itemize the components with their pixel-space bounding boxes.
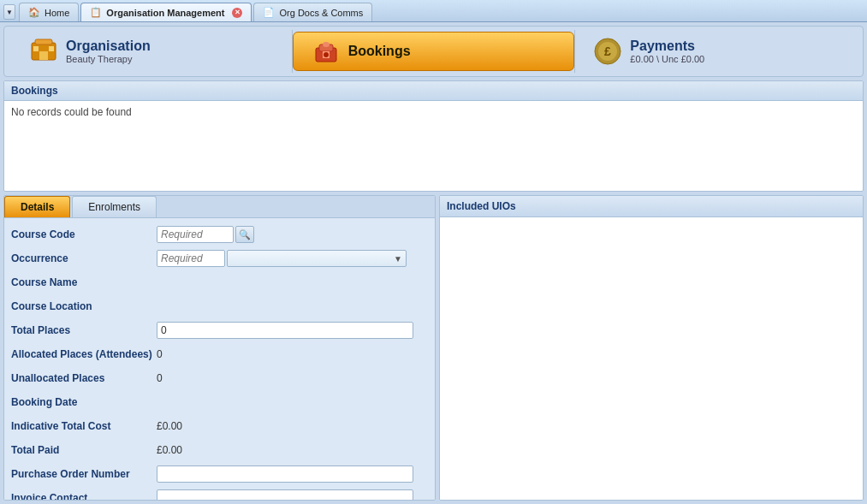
bookings-panel-body: No records could be found	[4, 101, 863, 191]
svg-point-7	[323, 42, 330, 47]
indicative-total-cost-label: Indicative Total Cost	[11, 420, 157, 432]
invoice-contact-input[interactable]	[157, 489, 413, 500]
course-code-input-group: 🔍	[157, 226, 254, 243]
indicative-total-cost-row: Indicative Total Cost £0.00	[11, 417, 428, 436]
bottom-section: Details Enrolments Course Code 🔍	[3, 195, 864, 501]
indicative-total-cost-value: £0.00	[157, 420, 182, 432]
payments-subtitle: £0.00 \ Unc £0.00	[630, 54, 704, 64]
svg-point-9	[324, 52, 329, 57]
main-content: Organisation Beauty Therapy Bookings	[0, 22, 867, 504]
tab-scroll-left[interactable]: ▼	[3, 4, 15, 20]
bookings-icon	[311, 36, 341, 67]
tab-details-label: Details	[21, 201, 54, 213]
course-name-label: Course Name	[11, 276, 157, 288]
invoice-contact-row: Invoice Contact	[11, 489, 428, 500]
course-code-row: Course Code 🔍	[11, 225, 428, 244]
occurrence-input[interactable]	[157, 250, 225, 267]
course-code-search-button[interactable]: 🔍	[235, 226, 254, 243]
total-places-row: Total Places	[11, 321, 428, 340]
bookings-text: Bookings	[348, 44, 411, 59]
header-bar: Organisation Beauty Therapy Bookings	[3, 26, 864, 77]
payments-section[interactable]: £ Payments £0.00 \ Unc £0.00	[575, 33, 856, 70]
tab-home[interactable]: 🏠 Home	[19, 3, 79, 21]
search-icon: 🔍	[239, 229, 251, 240]
tab-bar-left: ▼	[0, 3, 19, 21]
organisation-subtitle: Beauty Therapy	[66, 54, 151, 64]
bookings-section[interactable]: Bookings	[293, 32, 575, 71]
occurrence-dropdown[interactable]: ▼	[227, 250, 407, 267]
invoice-contact-label: Invoice Contact	[11, 492, 157, 500]
occurrence-label: Occurrence	[11, 252, 157, 264]
tab-enrolments[interactable]: Enrolments	[72, 196, 157, 217]
course-name-row: Course Name	[11, 273, 428, 292]
svg-rect-3	[33, 46, 39, 51]
tab-close-button[interactable]: ✕	[232, 8, 242, 18]
tab-details[interactable]: Details	[4, 196, 70, 217]
payments-icon: £	[592, 36, 623, 67]
svg-rect-2	[39, 51, 48, 60]
svg-rect-4	[49, 46, 54, 51]
occurrence-row: Occurrence ▼	[11, 249, 428, 268]
total-paid-label: Total Paid	[11, 444, 157, 456]
unallocated-places-row: Unallocated Places 0	[11, 369, 428, 388]
allocated-places-value: 0	[157, 348, 163, 360]
bookings-panel-title: Bookings	[11, 85, 58, 97]
bookings-panel-header: Bookings	[4, 81, 863, 101]
dropdown-arrow-icon: ▼	[394, 254, 402, 264]
tab-home-label: Home	[45, 8, 69, 18]
bookings-title: Bookings	[348, 44, 411, 59]
form-area: Course Code 🔍 Occurrence	[4, 218, 435, 500]
tab-org-mgmt-label: Organisation Management	[106, 8, 224, 18]
tab-org-mgmt[interactable]: 📋 Organisation Management ✕	[80, 3, 252, 21]
course-code-label: Course Code	[11, 228, 157, 240]
included-uios-body	[440, 217, 863, 500]
tab-org-docs-label: Org Docs & Comms	[279, 8, 363, 18]
unallocated-places-label: Unallocated Places	[11, 372, 157, 384]
total-paid-value: £0.00	[157, 444, 182, 456]
bookings-panel: Bookings No records could be found	[3, 80, 864, 192]
tab-enrolments-label: Enrolments	[88, 201, 140, 213]
organisation-section[interactable]: Organisation Beauty Therapy	[11, 33, 292, 70]
allocated-places-row: Allocated Places (Attendees) 0	[11, 345, 428, 364]
organisation-title: Organisation	[66, 39, 151, 54]
purchase-order-row: Purchase Order Number	[11, 465, 428, 483]
total-places-input[interactable]	[157, 322, 413, 339]
svg-rect-1	[35, 39, 52, 44]
course-location-row: Course Location	[11, 297, 428, 316]
left-panel: Details Enrolments Course Code 🔍	[3, 195, 436, 501]
purchase-order-label: Purchase Order Number	[11, 468, 157, 480]
home-icon: 🏠	[28, 7, 40, 18]
org-mgmt-icon: 📋	[90, 7, 102, 18]
purchase-order-input[interactable]	[157, 465, 413, 483]
tab-bar: ▼ 🏠 Home 📋 Organisation Management ✕ 📄 O…	[0, 0, 867, 22]
organisation-text: Organisation Beauty Therapy	[66, 39, 151, 64]
payments-title: Payments	[630, 39, 704, 54]
course-location-label: Course Location	[11, 300, 157, 312]
included-uios-title: Included UIOs	[447, 200, 516, 212]
payments-text: Payments £0.00 \ Unc £0.00	[630, 39, 704, 64]
org-docs-icon: 📄	[263, 7, 275, 18]
course-code-input[interactable]	[157, 226, 234, 243]
inner-tabs: Details Enrolments	[4, 196, 435, 218]
occurrence-input-group: ▼	[157, 250, 407, 267]
right-panel: Included UIOs	[439, 195, 864, 501]
tab-org-docs[interactable]: 📄 Org Docs & Comms	[253, 3, 372, 21]
unallocated-places-value: 0	[157, 372, 163, 384]
svg-text:£: £	[604, 44, 611, 58]
organisation-icon	[28, 36, 59, 67]
allocated-places-label: Allocated Places (Attendees)	[11, 348, 157, 360]
included-uios-header: Included UIOs	[440, 196, 863, 217]
total-places-label: Total Places	[11, 324, 157, 336]
total-paid-row: Total Paid £0.00	[11, 441, 428, 460]
booking-date-row: Booking Date	[11, 393, 428, 412]
booking-date-label: Booking Date	[11, 396, 157, 408]
bookings-empty-message: No records could be found	[11, 106, 132, 118]
